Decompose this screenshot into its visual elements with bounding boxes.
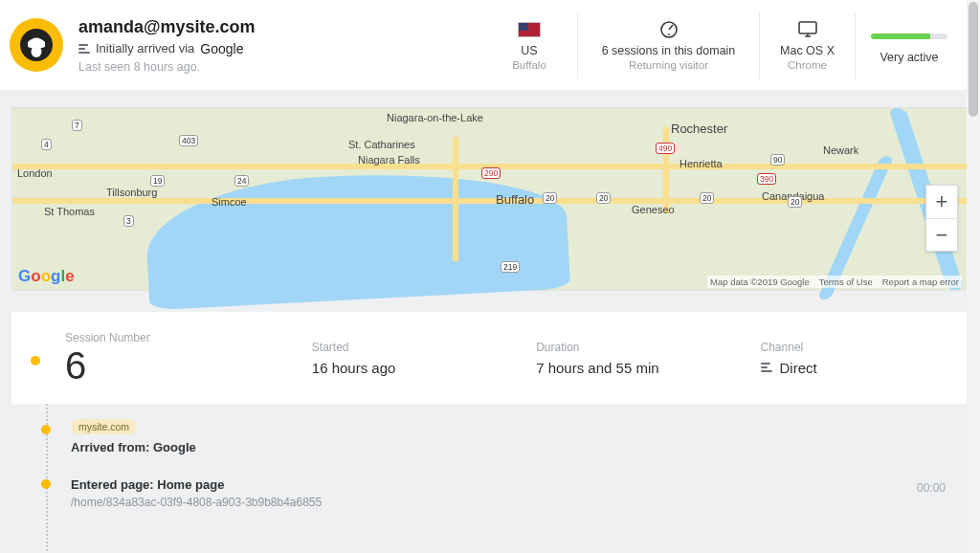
map-attribution: Map data ©2019 Google Terms of Use Repor… [707,276,962,288]
timeline-entered-time: 00:00 [917,481,946,495]
visitor-email: amanda@mysite.com [78,17,481,37]
route-shield: 219 [501,261,520,273]
timeline-item-arrived: mysite.com Arrived from: Google [65,404,969,458]
svg-point-1 [32,46,42,57]
session-started-value: 16 hours ago [312,360,536,376]
visitor-header: amanda@mysite.com Initially arrived via … [0,0,980,90]
city-label: Buffalo [493,192,537,207]
route-shield: 4 [41,139,52,150]
route-shield: 24 [234,175,249,187]
visitor-identity: amanda@mysite.com Initially arrived via … [78,17,481,74]
scrollbar-thumb[interactable] [969,2,978,117]
header-stats: US Buffalo 6 sessions in this domain Ret… [481,11,963,78]
session-started-label: Started [312,341,536,354]
route-shield: 490 [656,143,675,154]
timeline-dot [41,479,51,489]
city-label: Niagara Falls [355,154,423,166]
map-zoom-controls: + − [925,185,958,252]
session-timeline: mysite.com Arrived from: Google Entered … [11,404,969,513]
city-label: London [14,167,56,179]
route-shield: 7 [72,120,82,131]
city-label: Henrietta [677,158,725,169]
route-shield: 20 [788,196,802,208]
gauge-icon [659,19,679,40]
timeline-item-entered[interactable]: Entered page: Home page /home/834a83ac-0… [65,458,969,513]
route-shield: 403 [179,135,198,146]
route-shield: 390 [757,173,776,185]
svg-point-3 [668,33,670,35]
timeline-dot [31,356,40,365]
route-shield: 20 [596,192,611,204]
timeline-dot [41,425,51,434]
avatar [10,18,63,72]
city-label: St. Catharines [345,139,418,150]
page-scrollbar[interactable] [967,0,980,553]
bars-icon [78,44,90,54]
city-label: Rochester [668,122,730,136]
stat-sessions: 6 sessions in this domain Returning visi… [577,11,759,78]
bars-icon [761,363,772,372]
last-seen: Last seen 8 hours ago. [78,60,481,74]
session-number-value: 6 [65,346,312,385]
city-label: Newark [820,144,861,156]
monitor-icon [797,19,818,40]
session-channel-value: Direct [780,360,817,376]
avatar-icon [19,28,54,62]
svg-rect-4 [799,22,816,33]
route-shield: 290 [481,167,501,179]
route-shield: 19 [150,175,165,187]
route-shield: 90 [770,154,785,166]
stat-activity: Very active [855,11,963,78]
city-label: Geneseo [629,204,678,215]
site-pill: mysite.com [71,419,137,434]
session-channel-label: Channel [761,341,940,354]
session-number-label: Session Number [65,331,312,344]
timeline-arrived-title: Arrived from: Google [71,440,949,454]
stat-location: US Buffalo [481,11,577,78]
timeline-entered-path: /home/834a83ac-03f9-4808-a903-3b9b8b4a68… [71,496,949,509]
route-shield: 20 [543,192,557,204]
google-logo: Google [18,267,75,286]
activity-bar-icon [871,33,947,39]
location-map[interactable]: London St Thomas Tillsonburg Simcoe St. … [11,107,969,291]
flag-us-icon [518,22,541,37]
city-label: Tillsonburg [103,187,160,198]
route-shield: 20 [700,192,714,204]
session-duration-value: 7 hours and 55 min [536,360,760,376]
arrived-via: Initially arrived via Google [78,41,481,56]
city-label: Simcoe [209,196,250,208]
route-shield: 3 [123,215,134,227]
map-terms-link[interactable]: Terms of Use [819,276,873,287]
map-zoom-in-button[interactable]: + [926,186,957,218]
stat-device: Mac OS X Chrome [759,11,855,78]
session-summary-card: Session Number 6 Started 16 hours ago Du… [11,312,969,404]
city-label: St Thomas [41,206,98,217]
map-report-link[interactable]: Report a map error [882,276,959,287]
city-label: Niagara-on-the-Lake [384,112,486,123]
timeline-entered-title: Entered page: Home page [71,477,949,492]
session-duration-label: Duration [536,341,760,354]
map-zoom-out-button[interactable]: − [926,218,957,251]
